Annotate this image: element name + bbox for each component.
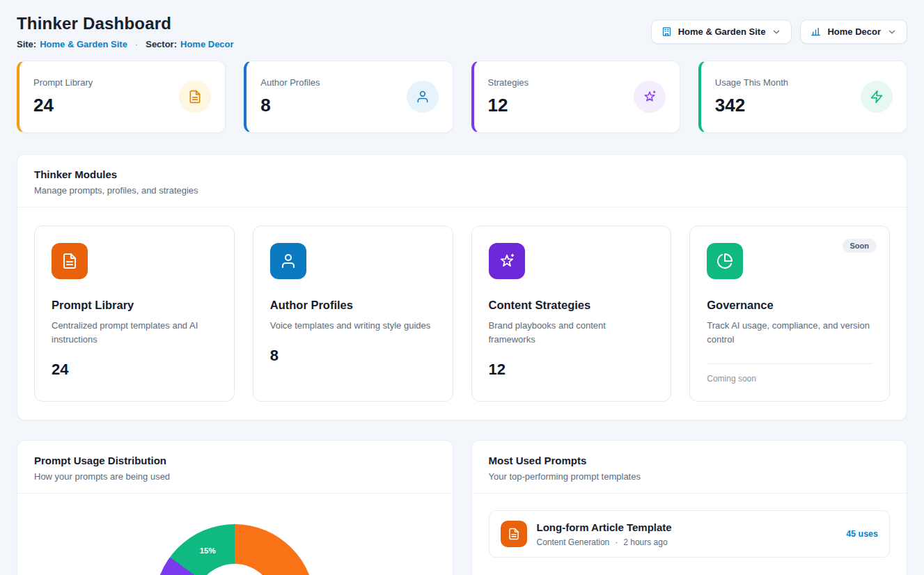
section-subtitle: How your prompts are being used [34, 471, 436, 482]
most-used-card-header: Most Used Prompts Your top-performing pr… [472, 441, 907, 494]
prompt-uses-badge: 45 uses [846, 529, 878, 539]
stat-value: 8 [260, 95, 320, 116]
stat-value: 12 [488, 95, 529, 116]
chart-area: 15% [17, 494, 453, 575]
title-block: Thinker Dashboard Site: Home & Garden Si… [17, 14, 234, 49]
prompt-title: Long-form Article Template [537, 521, 837, 533]
bottom-row: Prompt Usage Distribution How your promp… [17, 440, 907, 575]
donut-chart: 15% [155, 524, 315, 575]
site-selector-label: Home & Garden Site [678, 26, 766, 37]
stat-value: 342 [715, 95, 788, 116]
stat-card-author-profiles: Author Profiles 8 [244, 61, 453, 133]
separator-dot: · [615, 537, 618, 547]
modules-section: Thinker Modules Manage prompts, profiles… [17, 154, 907, 420]
section-title: Thinker Modules [34, 168, 890, 180]
pie-chart-icon [707, 243, 743, 279]
stat-value: 24 [33, 95, 93, 116]
person-icon [407, 81, 439, 113]
module-description: Track AI usage, compliance, and version … [707, 319, 872, 347]
section-title: Prompt Usage Distribution [34, 455, 436, 466]
stat-card-strategies: Strategies 12 [471, 61, 680, 133]
divider [707, 363, 872, 364]
chevron-down-icon [887, 27, 897, 37]
soon-badge: Soon [843, 239, 877, 253]
sector-label: Sector: [146, 39, 177, 49]
usage-distribution-card: Prompt Usage Distribution How your promp… [17, 440, 453, 575]
lightning-icon [861, 81, 893, 113]
modules-section-header: Thinker Modules Manage prompts, profiles… [17, 155, 907, 207]
building-icon [661, 26, 672, 37]
site-link[interactable]: Home & Garden Site [40, 39, 127, 49]
prompt-info: Long-form Article Template Content Gener… [537, 521, 837, 547]
dashboard-page: Thinker Dashboard Site: Home & Garden Si… [0, 0, 924, 575]
module-card-author-profiles[interactable]: Author Profiles Voice templates and writ… [253, 226, 453, 402]
stat-text: Author Profiles 8 [260, 77, 320, 116]
sector-selector-dropdown[interactable]: Home Decor [800, 19, 907, 44]
module-title: Prompt Library [52, 299, 217, 312]
document-icon [501, 521, 527, 547]
stat-card-prompt-library: Prompt Library 24 [17, 61, 226, 133]
prompt-meta: Content Generation · 2 hours ago [537, 537, 837, 547]
module-description: Centralized prompt templates and AI inst… [52, 319, 217, 347]
stat-label: Prompt Library [33, 77, 93, 88]
module-description: Voice templates and writing style guides [270, 319, 436, 333]
site-selector-dropdown[interactable]: Home & Garden Site [651, 19, 792, 44]
prompt-category: Content Generation [537, 537, 610, 547]
sparkle-star-icon [634, 81, 666, 113]
module-card-prompt-library[interactable]: Prompt Library Centralized prompt templa… [34, 226, 235, 402]
stat-label: Author Profiles [260, 77, 320, 88]
prompt-list-item[interactable]: Long-form Article Template Content Gener… [489, 510, 891, 558]
header-selectors: Home & Garden Site Home Decor [651, 19, 907, 44]
stat-text: Strategies 12 [488, 77, 529, 116]
module-count: 12 [489, 361, 655, 379]
module-card-governance[interactable]: Soon Governance Track AI usage, complian… [689, 226, 890, 402]
slice-percent-label: 15% [200, 546, 216, 555]
site-label: Site: [17, 39, 36, 49]
coming-soon-label: Coming soon [707, 374, 872, 384]
stat-label: Usage This Month [715, 77, 788, 88]
separator-dot: · [135, 39, 138, 49]
module-title: Author Profiles [270, 299, 436, 312]
module-description: Brand playbooks and content frameworks [489, 319, 655, 347]
page-title: Thinker Dashboard [17, 14, 234, 33]
stat-text: Prompt Library 24 [33, 77, 93, 116]
stat-card-usage: Usage This Month 342 [698, 61, 907, 133]
modules-grid: Prompt Library Centralized prompt templa… [17, 207, 907, 420]
document-icon [179, 81, 211, 113]
document-icon [52, 243, 88, 279]
sector-selector-label: Home Decor [827, 26, 881, 37]
chevron-down-icon [772, 27, 781, 37]
module-card-content-strategies[interactable]: Content Strategies Brand playbooks and c… [471, 226, 672, 402]
section-subtitle: Manage prompts, profiles, and strategies [34, 185, 890, 196]
breadcrumb: Site: Home & Garden Site · Sector: Home … [17, 39, 234, 49]
stat-label: Strategies [488, 77, 529, 88]
module-count: 8 [270, 347, 436, 365]
section-title: Most Used Prompts [489, 455, 891, 466]
module-title: Governance [707, 299, 872, 312]
module-title: Content Strategies [489, 299, 655, 312]
stats-row: Prompt Library 24 Author Profiles 8 Stra… [17, 61, 907, 133]
most-used-prompts-card: Most Used Prompts Your top-performing pr… [471, 440, 908, 575]
section-subtitle: Your top-performing prompt templates [489, 471, 891, 482]
sector-link[interactable]: Home Decor [180, 39, 234, 49]
sparkle-star-icon [489, 243, 525, 279]
header: Thinker Dashboard Site: Home & Garden Si… [17, 14, 907, 49]
bar-chart-icon [811, 26, 821, 37]
person-icon [270, 243, 306, 279]
module-count: 24 [52, 361, 217, 379]
usage-card-header: Prompt Usage Distribution How your promp… [17, 441, 453, 494]
prompt-time: 2 hours ago [623, 537, 667, 547]
stat-text: Usage This Month 342 [715, 77, 788, 116]
